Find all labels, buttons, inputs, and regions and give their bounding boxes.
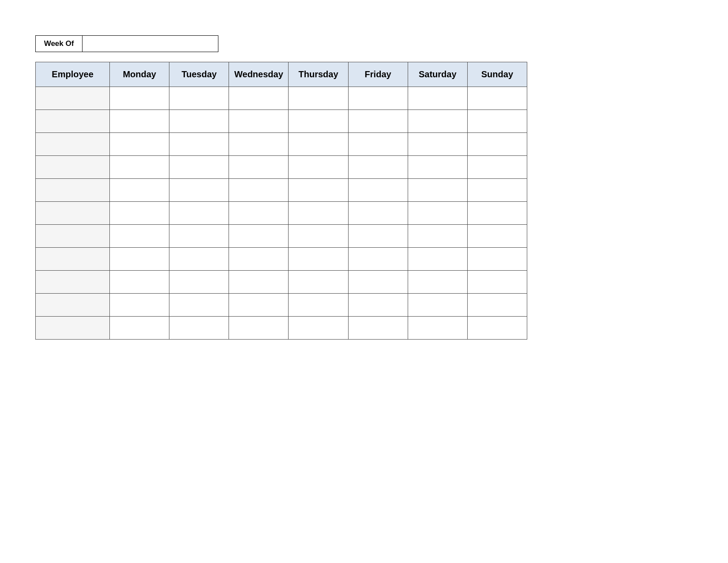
day-cell[interactable]: [408, 156, 467, 179]
day-cell[interactable]: [229, 179, 289, 202]
day-cell[interactable]: [169, 225, 229, 248]
employee-cell[interactable]: [36, 110, 110, 133]
employee-cell[interactable]: [36, 294, 110, 317]
day-cell[interactable]: [467, 156, 527, 179]
day-cell[interactable]: [229, 156, 289, 179]
day-cell[interactable]: [169, 248, 229, 271]
day-cell[interactable]: [408, 87, 467, 110]
day-cell[interactable]: [289, 156, 348, 179]
day-cell[interactable]: [348, 202, 408, 225]
day-cell[interactable]: [169, 110, 229, 133]
day-cell[interactable]: [229, 110, 289, 133]
day-cell[interactable]: [229, 317, 289, 340]
day-cell[interactable]: [289, 202, 348, 225]
day-cell[interactable]: [408, 179, 467, 202]
day-cell[interactable]: [408, 225, 467, 248]
day-cell[interactable]: [110, 202, 169, 225]
day-cell[interactable]: [229, 133, 289, 156]
day-cell[interactable]: [467, 202, 527, 225]
employee-cell[interactable]: [36, 87, 110, 110]
day-cell[interactable]: [110, 133, 169, 156]
day-cell[interactable]: [467, 271, 527, 294]
day-cell[interactable]: [289, 271, 348, 294]
day-cell[interactable]: [169, 87, 229, 110]
day-cell[interactable]: [408, 110, 467, 133]
header-employee: Employee: [36, 62, 110, 87]
day-cell[interactable]: [289, 110, 348, 133]
day-cell[interactable]: [110, 271, 169, 294]
day-cell[interactable]: [348, 225, 408, 248]
day-cell[interactable]: [348, 317, 408, 340]
day-cell[interactable]: [110, 317, 169, 340]
week-of-value[interactable]: [83, 36, 218, 52]
day-cell[interactable]: [467, 179, 527, 202]
day-cell[interactable]: [289, 133, 348, 156]
table-row: [36, 179, 527, 202]
day-cell[interactable]: [169, 179, 229, 202]
header-monday: Monday: [110, 62, 169, 87]
day-cell[interactable]: [289, 225, 348, 248]
day-cell[interactable]: [229, 202, 289, 225]
day-cell[interactable]: [348, 110, 408, 133]
day-cell[interactable]: [348, 271, 408, 294]
day-cell[interactable]: [229, 248, 289, 271]
employee-cell[interactable]: [36, 156, 110, 179]
day-cell[interactable]: [110, 110, 169, 133]
day-cell[interactable]: [408, 133, 467, 156]
day-cell[interactable]: [408, 271, 467, 294]
week-of-box: Week Of: [35, 35, 218, 52]
day-cell[interactable]: [408, 202, 467, 225]
day-cell[interactable]: [229, 87, 289, 110]
employee-cell[interactable]: [36, 248, 110, 271]
day-cell[interactable]: [467, 225, 527, 248]
day-cell[interactable]: [289, 317, 348, 340]
day-cell[interactable]: [348, 156, 408, 179]
day-cell[interactable]: [348, 179, 408, 202]
day-cell[interactable]: [169, 202, 229, 225]
day-cell[interactable]: [110, 179, 169, 202]
employee-cell[interactable]: [36, 271, 110, 294]
day-cell[interactable]: [169, 156, 229, 179]
day-cell[interactable]: [408, 317, 467, 340]
employee-cell[interactable]: [36, 202, 110, 225]
day-cell[interactable]: [467, 317, 527, 340]
employee-cell[interactable]: [36, 225, 110, 248]
day-cell[interactable]: [289, 179, 348, 202]
day-cell[interactable]: [289, 87, 348, 110]
day-cell[interactable]: [467, 133, 527, 156]
day-cell[interactable]: [169, 317, 229, 340]
day-cell[interactable]: [467, 87, 527, 110]
employee-cell[interactable]: [36, 317, 110, 340]
day-cell[interactable]: [408, 294, 467, 317]
table-row: [36, 225, 527, 248]
header-tuesday: Tuesday: [169, 62, 229, 87]
day-cell[interactable]: [408, 248, 467, 271]
employee-cell[interactable]: [36, 179, 110, 202]
day-cell[interactable]: [169, 133, 229, 156]
day-cell[interactable]: [110, 156, 169, 179]
day-cell[interactable]: [110, 87, 169, 110]
day-cell[interactable]: [289, 294, 348, 317]
header-row: Employee Monday Tuesday Wednesday Thursd…: [36, 62, 527, 87]
day-cell[interactable]: [348, 248, 408, 271]
day-cell[interactable]: [348, 294, 408, 317]
day-cell[interactable]: [110, 225, 169, 248]
day-cell[interactable]: [467, 110, 527, 133]
day-cell[interactable]: [229, 294, 289, 317]
day-cell[interactable]: [169, 294, 229, 317]
day-cell[interactable]: [348, 133, 408, 156]
week-of-label: Week Of: [36, 36, 83, 52]
table-row: [36, 271, 527, 294]
day-cell[interactable]: [289, 248, 348, 271]
day-cell[interactable]: [110, 248, 169, 271]
table-row: [36, 202, 527, 225]
day-cell[interactable]: [110, 294, 169, 317]
day-cell[interactable]: [467, 248, 527, 271]
day-cell[interactable]: [348, 87, 408, 110]
day-cell[interactable]: [229, 271, 289, 294]
table-row: [36, 294, 527, 317]
day-cell[interactable]: [169, 271, 229, 294]
employee-cell[interactable]: [36, 133, 110, 156]
day-cell[interactable]: [467, 294, 527, 317]
day-cell[interactable]: [229, 225, 289, 248]
